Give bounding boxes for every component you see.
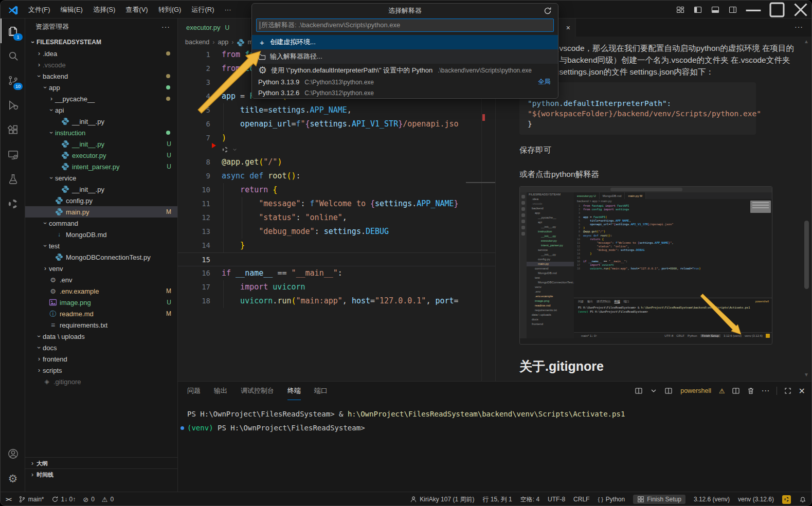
tree-item-.gitignore[interactable]: ◈.gitignore: [25, 376, 177, 387]
tab-executor-py[interactable]: executor.py U: [178, 19, 250, 37]
code-line-13[interactable]: 13 "debug_mode": settings.DEBUG: [178, 225, 495, 239]
editor-more-actions[interactable]: ···: [795, 23, 803, 31]
tree-item-requirements.txt[interactable]: ≡requirements.txt: [25, 319, 177, 331]
close-icon[interactable]: ×: [566, 24, 570, 32]
quick-pick-item-0[interactable]: +创建虚拟环境...: [252, 35, 558, 49]
panel-tab-输出[interactable]: 输出: [214, 382, 227, 400]
tree-item-instruction[interactable]: ›instruction: [25, 127, 177, 138]
menu-item[interactable]: 编辑(E): [56, 3, 88, 16]
maximize-panel-icon[interactable]: [784, 387, 792, 395]
tree-item-__init__.py[interactable]: __init__.py: [25, 116, 177, 127]
menu-item[interactable]: 转到(G): [153, 3, 187, 16]
sidebar-more-actions[interactable]: ···: [161, 23, 170, 31]
quick-pick-item-3[interactable]: Python 3.13.9C:\Python313\python.exe全局: [252, 77, 558, 87]
tree-item-mongodbconnectiontest.py[interactable]: MongoDBConnectionTest.py: [25, 251, 177, 263]
tree-item-main.py[interactable]: main.pyM: [25, 206, 177, 218]
tree-item-config.py[interactable]: config.py: [25, 195, 177, 206]
tree-item-readme.md[interactable]: ⓘreadme.mdM: [25, 308, 177, 319]
scrollbar-thumb[interactable]: [804, 221, 809, 289]
statusbar-remote-indicator-><[interactable]: ><: [6, 496, 11, 502]
tree-item-docs[interactable]: ›docs: [25, 342, 177, 353]
activity-ai-assistant[interactable]: [1, 191, 25, 216]
quick-pick-item-4[interactable]: Python 3.12.6C:\Python312\python.exe: [252, 87, 558, 98]
panel-tab-终端[interactable]: 终端: [287, 382, 301, 400]
quick-pick-item-1[interactable]: 输入解释器路径...: [252, 49, 558, 64]
preview-scrollbar[interactable]: ▲ ▼: [803, 37, 810, 381]
tree-item-__init__.py[interactable]: __init__.pyU: [25, 138, 177, 150]
code-line-17[interactable]: 17 import uvicorn: [178, 280, 495, 294]
code-line-8[interactable]: 8@app.get("/"): [178, 155, 495, 169]
code-line-18[interactable]: 18 uvicorn.run("main:app", host="127.0.0…: [178, 294, 495, 308]
activity-extensions[interactable]: [1, 117, 25, 142]
breadcrumb-item[interactable]: app: [218, 39, 228, 46]
close-panel-icon[interactable]: ✕: [799, 386, 805, 396]
code-line-16[interactable]: 16if __name__ == "__main__":: [178, 266, 495, 280]
statusbar-ai-badge[interactable]: [782, 495, 791, 504]
statusbar-branch-main*[interactable]: main*: [19, 496, 44, 503]
activity-explorer[interactable]: 1: [1, 19, 25, 43]
menu-item[interactable]: 查看(V): [120, 3, 153, 16]
global-link[interactable]: 全局: [538, 78, 551, 86]
kill-terminal-icon[interactable]: [747, 387, 755, 395]
activity-remote-explorer[interactable]: [1, 142, 25, 167]
minimize-button[interactable]: [742, 1, 765, 19]
toggle-panel-icon[interactable]: [709, 4, 722, 16]
tree-item-command[interactable]: ›command: [25, 218, 177, 229]
tree-item-test[interactable]: ›test: [25, 240, 177, 251]
tree-item-scripts[interactable]: ›scripts: [25, 365, 177, 376]
timeline-section[interactable]: ›时间线: [25, 468, 177, 480]
scroll-down-arrow[interactable]: ▼: [804, 372, 809, 377]
chevron-down-icon[interactable]: [232, 146, 238, 153]
tree-item-frontend[interactable]: ›frontend: [25, 353, 177, 365]
tree-item-.idea[interactable]: ›.idea: [25, 48, 177, 59]
activity-testing[interactable]: [1, 167, 25, 191]
code-line-10[interactable]: 10 return {: [178, 183, 495, 197]
split-terminal-icon[interactable]: [732, 387, 740, 395]
menu-item[interactable]: 文件(F): [23, 3, 56, 16]
launch-profile-icon[interactable]: [635, 387, 643, 395]
statusbar-error-0[interactable]: ⊘0: [83, 496, 95, 503]
tree-item-service[interactable]: ›service: [25, 172, 177, 184]
tree-item-__init__.py[interactable]: __init__.py: [25, 184, 177, 195]
code-line-5[interactable]: 5 title=settings.APP_NAME,: [178, 103, 495, 117]
quick-pick-item-2[interactable]: ⚙使用 \"python.defaultInterpreterPath\" 设置…: [252, 64, 558, 77]
close-button[interactable]: [789, 1, 812, 19]
statusbar-item-crlf[interactable]: CRLF: [573, 496, 589, 503]
terminal-profile-label[interactable]: powershell: [680, 387, 711, 394]
statusbar-braces-python[interactable]: { }Python: [598, 496, 625, 503]
tree-item-__pycache__[interactable]: ›__pycache__: [25, 93, 177, 104]
scroll-up-arrow[interactable]: ▲: [804, 39, 809, 44]
customize-layout-icon[interactable]: [674, 4, 687, 16]
toggle-sidebar-icon[interactable]: [691, 4, 705, 16]
activity-run-and-debug[interactable]: [1, 93, 25, 117]
tree-item-executor.py[interactable]: executor.pyU: [25, 150, 177, 161]
statusbar-item-空格:[interactable]: 空格: 4: [520, 495, 539, 504]
tree-item-api[interactable]: ›api: [25, 104, 177, 116]
statusbar-person-kiriaky[interactable]: KiriAky 107 (1 周前): [410, 495, 474, 504]
more-actions-icon[interactable]: ···: [762, 386, 770, 395]
tree-item-data-uploads[interactable]: ›data \ uploads: [25, 331, 177, 342]
code-line-12[interactable]: 12 "status": "online",: [178, 211, 495, 225]
panel-tab-问题[interactable]: 问题: [187, 382, 201, 400]
statusbar-sync-1↓[interactable]: 1↓ 0↑: [51, 496, 76, 503]
menu-item[interactable]: 选择(S): [88, 3, 120, 16]
statusbar-setup-finish[interactable]: Finish Setup: [633, 495, 685, 504]
code-line-14[interactable]: 14 }: [178, 239, 495, 252]
tree-item-filesreadsysteam[interactable]: ›FILESREADSYSTEAM: [25, 37, 177, 48]
command-decoration[interactable]: [181, 426, 184, 430]
code-line-7[interactable]: 7): [178, 131, 495, 145]
tree-item-app[interactable]: ›app: [25, 82, 177, 93]
activity-source-control[interactable]: 10: [1, 68, 25, 93]
code-line-15[interactable]: 15: [178, 252, 495, 266]
maximize-button[interactable]: [765, 1, 789, 19]
terminal[interactable]: PS H:\OwnProject\FilesReadSysteam> & h:\…: [178, 407, 812, 435]
scrollbar-thumb[interactable]: [466, 182, 495, 183]
statusbar-item-行[interactable]: 行 15, 列 1: [482, 495, 512, 504]
refresh-icon[interactable]: [544, 7, 552, 15]
tree-item-.env[interactable]: ⚙.env: [25, 274, 177, 285]
activity-search[interactable]: [1, 43, 25, 68]
statusbar-warning-0[interactable]: ⚠0: [102, 496, 114, 503]
panel-tab-调试控制台[interactable]: 调试控制台: [241, 382, 274, 400]
tree-item-.vscode[interactable]: ›.vscode: [25, 59, 177, 70]
activity-accounts[interactable]: [1, 441, 25, 466]
